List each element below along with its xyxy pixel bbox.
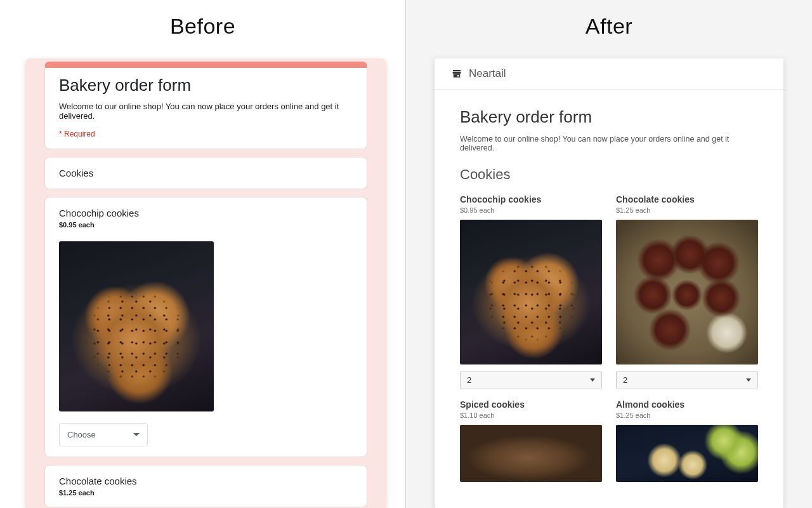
product-price: $1.25 each — [59, 489, 353, 497]
google-form-container: Bakery order form Welcome to our online … — [25, 58, 386, 508]
product-price: $1.25 each — [616, 411, 758, 419]
required-indicator: * Required — [59, 130, 353, 138]
product-card-chocolate: Chocolate cookies $1.25 each — [44, 465, 367, 507]
dropdown-placeholder: Choose — [67, 430, 96, 439]
chevron-down-icon — [590, 378, 595, 382]
chevron-down-icon — [746, 378, 751, 382]
brand-header: Neartail — [435, 58, 783, 90]
product-card-spiced: Spiced cookies $1.10 each — [460, 399, 602, 482]
quantity-value: 2 — [623, 375, 627, 385]
before-heading: Before — [0, 14, 405, 39]
storefront-icon — [451, 68, 462, 79]
product-image — [616, 220, 758, 364]
product-name: Almond cookies — [616, 399, 758, 410]
product-card-almond: Almond cookies $1.25 each — [616, 399, 758, 482]
form-body: Bakery order form Welcome to our online … — [435, 90, 783, 508]
form-description: Welcome to our online shop! You can now … — [59, 102, 353, 121]
brand-name: Neartail — [469, 67, 506, 80]
product-price: $1.25 each — [616, 206, 758, 214]
product-image — [616, 425, 758, 482]
product-name: Chocolate cookies — [59, 476, 353, 486]
product-card-chocolate: Chocolate cookies $1.25 each 2 — [616, 194, 758, 389]
chevron-down-icon — [133, 433, 140, 436]
quantity-value: 2 — [467, 375, 471, 385]
product-name: Chocolate cookies — [616, 194, 758, 204]
product-image — [460, 220, 602, 364]
quantity-dropdown[interactable]: Choose — [59, 423, 148, 446]
quantity-dropdown[interactable]: 2 — [616, 371, 758, 389]
after-column: After Neartail Bakery order form Welcome… — [406, 0, 812, 508]
product-price: $0.95 each — [460, 206, 602, 214]
quantity-dropdown[interactable]: 2 — [460, 371, 602, 389]
form-header-card: Bakery order form Welcome to our online … — [44, 62, 367, 149]
neartail-form-container: Neartail Bakery order form Welcome to ou… — [435, 58, 783, 508]
svg-rect-0 — [457, 75, 459, 76]
product-card-chocochip: Chocochip cookies $0.95 each 2 — [460, 194, 602, 389]
product-image — [59, 241, 214, 411]
product-price: $0.95 each — [59, 221, 353, 229]
after-heading: After — [406, 14, 812, 39]
product-name: Chocochip cookies — [59, 208, 353, 218]
product-grid: Chocochip cookies $0.95 each 2 Chocolate… — [460, 194, 758, 482]
form-title: Bakery order form — [59, 76, 353, 95]
before-column: Before Bakery order form Welcome to our … — [0, 0, 406, 508]
form-description: Welcome to our online shop! You can now … — [460, 135, 758, 152]
product-name: Spiced cookies — [460, 399, 602, 410]
section-title: Cookies — [460, 166, 758, 183]
product-card-chocochip: Chocochip cookies $0.95 each Choose — [44, 197, 367, 457]
product-price: $1.10 each — [460, 411, 602, 419]
form-title: Bakery order form — [460, 107, 758, 127]
product-name: Chocochip cookies — [460, 194, 602, 204]
section-card: Cookies — [44, 157, 367, 189]
section-title: Cookies — [59, 168, 353, 178]
product-image — [460, 425, 602, 482]
